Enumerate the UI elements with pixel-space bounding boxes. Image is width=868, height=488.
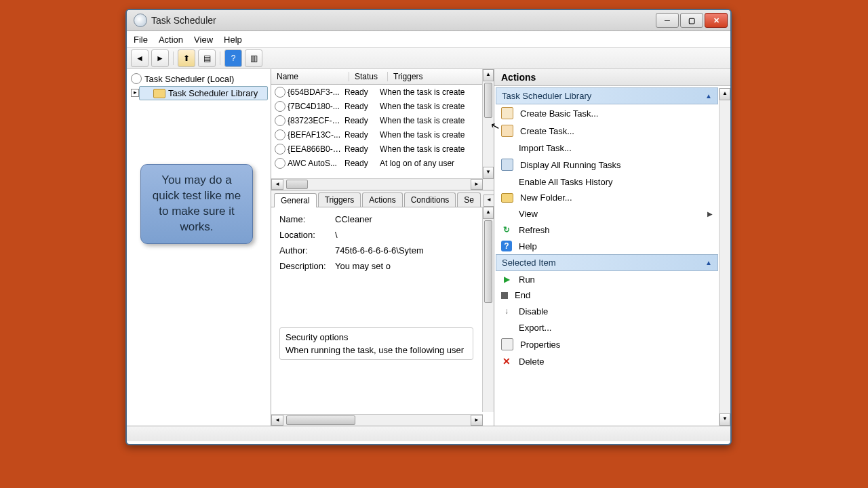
minimize-button[interactable]: ─ [656,13,679,28]
menu-file[interactable]: File [134,35,148,45]
menu-action[interactable]: Action [159,35,183,45]
app-icon [134,14,147,27]
scroll-down-icon[interactable]: ▼ [483,167,494,179]
blank-icon [501,176,512,187]
name-label: Name: [279,214,335,224]
action-display-running[interactable]: Display All Running Tasks [496,156,718,174]
collapse-icon: ▲ [705,92,712,100]
scroll-right-icon[interactable]: ► [471,415,483,426]
tab-settings[interactable]: Se [457,192,481,207]
clock-icon [275,101,285,112]
scroll-up-icon[interactable]: ▲ [483,207,494,219]
create-icon [501,125,513,137]
details-tabs: General Triggers Actions Conditions Se ◄… [271,190,494,207]
scroll-up-icon[interactable]: ▲ [483,69,494,81]
tab-conditions[interactable]: Conditions [404,192,456,207]
table-row[interactable]: {EEA866B0-1...ReadyWhen the task is crea… [271,142,494,156]
column-status[interactable]: Status [349,72,388,81]
scroll-right-icon[interactable]: ► [471,179,483,190]
column-triggers[interactable]: Triggers [388,72,494,81]
action-import-task[interactable]: Import Task... [496,140,718,156]
scroll-left-icon[interactable]: ◄ [271,415,283,426]
toolbar: ◄ ► ⬆ ▤ ? ▥ [127,48,730,69]
help-button[interactable]: ? [224,49,242,67]
table-row[interactable]: {7BC4D180-...ReadyWhen the task is creat… [271,99,494,113]
clock-icon [275,144,285,155]
tree-root-label: Task Scheduler (Local) [144,74,234,84]
action-run[interactable]: ▶Run [496,271,718,287]
list-body: {654BDAF3-...ReadyWhen the task is creat… [271,85,494,170]
table-row[interactable]: {BEFAF13C-...ReadyWhen the task is creat… [271,127,494,142]
table-row[interactable]: {83723ECF-5...ReadyWhen the task is crea… [271,113,494,127]
end-icon [501,292,508,299]
info-callout: You may do a quick test like me to make … [140,164,253,244]
forward-button[interactable]: ► [151,49,169,67]
action-create-basic-task[interactable]: Create Basic Task... [496,104,718,122]
action-end[interactable]: End [496,287,718,303]
action-view[interactable]: View▶ [496,205,718,222]
actions-vertical-scrollbar[interactable]: ▲ ▼ [719,88,730,426]
scroll-left-icon[interactable]: ◄ [271,179,283,190]
author-label: Author: [279,245,335,256]
delete-icon: ✕ [501,356,512,367]
column-name[interactable]: Name [271,72,349,81]
action-help[interactable]: ?Help [496,238,718,254]
location-label: Location: [279,230,335,240]
action-new-folder[interactable]: New Folder... [496,190,718,205]
menu-help[interactable]: Help [224,35,242,45]
back-button[interactable]: ◄ [131,49,149,67]
up-button[interactable]: ⬆ [178,49,195,67]
tab-general[interactable]: General [274,193,317,207]
properties-button[interactable]: ▥ [245,49,262,67]
action-delete[interactable]: ✕Delete [496,353,718,369]
folder-icon [501,193,513,203]
list-vertical-scrollbar[interactable]: ▲ ▼ [482,69,494,190]
description-value: You may set o [335,261,473,322]
run-icon: ▶ [501,274,512,285]
section-library-header[interactable]: Task Scheduler Library ▲ [496,87,718,104]
tree-root-node[interactable]: Task Scheduler (Local) [130,72,268,85]
action-create-task[interactable]: Create Task... [496,122,718,140]
tab-actions[interactable]: Actions [362,192,402,207]
details-horizontal-scrollbar[interactable]: ◄ ► [271,414,483,426]
clock-icon [275,115,285,126]
action-refresh[interactable]: ↻Refresh [496,222,718,238]
tree-expand-icon[interactable]: ▸ [131,89,139,97]
section-library-label: Task Scheduler Library [502,91,591,101]
action-export[interactable]: Export... [496,319,718,336]
details-vertical-scrollbar[interactable]: ▲ [482,207,494,412]
section-selected-label: Selected Item [502,258,556,268]
scroll-down-icon[interactable]: ▼ [719,413,730,426]
scroll-thumb[interactable] [286,180,308,189]
tab-triggers[interactable]: Triggers [318,192,361,207]
actions-panel: Actions Task Scheduler Library ▲ Create … [494,69,730,426]
close-button[interactable]: ✕ [705,13,728,28]
scroll-thumb[interactable] [286,415,355,425]
show-hide-button[interactable]: ▤ [198,49,216,67]
statusbar [127,426,730,441]
section-selected-header[interactable]: Selected Item ▲ [496,254,718,271]
location-value: \ [335,230,473,240]
list-horizontal-scrollbar[interactable]: ◄ ► [271,178,483,190]
security-text: When running the task, use the following… [285,345,467,355]
table-row[interactable]: {654BDAF3-...ReadyWhen the task is creat… [271,85,494,99]
action-properties[interactable]: Properties [496,336,718,353]
refresh-icon: ↻ [501,224,512,235]
action-enable-history[interactable]: Enable All Tasks History [496,174,718,190]
menu-view[interactable]: View [194,35,213,45]
scroll-thumb[interactable] [484,83,492,118]
display-icon [501,159,513,171]
table-row[interactable]: AWC AutoS...ReadyAt log on of any user [271,156,494,170]
tab-scroll-left-icon[interactable]: ◄ [484,195,494,207]
action-disable[interactable]: ↓Disable [496,303,718,319]
details-panel: General Triggers Actions Conditions Se ◄… [271,190,494,426]
clock-icon [275,158,285,169]
maximize-button[interactable]: ▢ [680,13,703,28]
scroll-up-icon[interactable]: ▲ [719,88,730,100]
blank-icon [501,142,512,153]
folder-icon [153,89,165,98]
submenu-arrow-icon: ▶ [707,210,713,218]
detail-body: Name: CCleaner Location: \ Author: 745t6… [271,207,494,397]
tree-library-node[interactable]: Task Scheduler Library [139,86,268,100]
scroll-thumb[interactable] [484,220,492,303]
